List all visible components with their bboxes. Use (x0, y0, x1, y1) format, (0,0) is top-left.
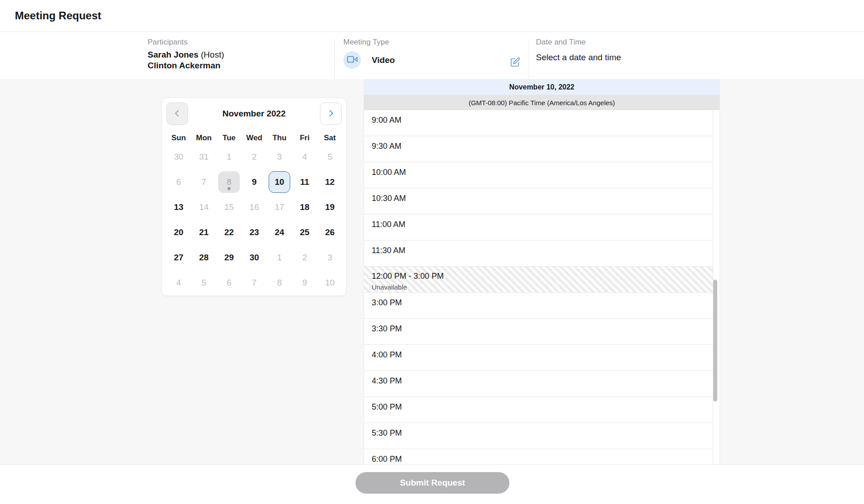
calendar-day-30: 30 (168, 146, 189, 168)
video-icon-circle (343, 51, 361, 69)
day-cell-box: 9 (242, 169, 267, 195)
calendar-day-16: 16 (243, 196, 265, 218)
calendar-day-25[interactable]: 25 (294, 222, 315, 243)
day-cell-box: 28 (191, 245, 216, 270)
day-cell-box: 19 (317, 195, 342, 220)
calendar-day-5: 5 (193, 272, 215, 294)
footer-bar: Submit Request (0, 464, 864, 504)
meeting-request-page: Meeting Request Participants Sarah Jones… (0, 0, 864, 504)
slot-time-label: 5:30 PM (372, 428, 713, 438)
slot-time-label: 11:30 AM (372, 246, 713, 255)
time-slot[interactable]: 4:30 PM (364, 371, 713, 397)
calendar-days: 3031123456789101112131415161718192021222… (166, 144, 342, 295)
day-cell-box: 17 (267, 195, 292, 220)
slot-unavailable-label: Unavailable (372, 283, 713, 291)
schedule-panel: November 10, 2022 (GMT-08:00) Pacific Ti… (364, 79, 720, 464)
day-cell-box: 21 (191, 220, 216, 245)
time-slot-list: 9:00 AM9:30 AM10:00 AM10:30 AM11:00 AM11… (364, 110, 713, 464)
calendar-day-9[interactable]: 9 (243, 171, 265, 193)
day-cell-box: 5 (317, 144, 342, 169)
meeting-type-value-row: Video (343, 51, 395, 69)
time-slot[interactable]: 10:00 AM (364, 162, 713, 188)
day-cell-box: 12 (317, 169, 342, 195)
calendar-month-title: November 2022 (162, 98, 346, 129)
host-name: Sarah Jones (148, 50, 198, 59)
calendar-day-28[interactable]: 28 (193, 247, 215, 268)
day-cell-box: 9 (292, 270, 317, 295)
edit-meeting-type-button[interactable] (510, 57, 521, 68)
calendar-day-3: 3 (269, 146, 290, 168)
day-cell-box: 25 (292, 220, 317, 245)
time-slot[interactable]: 4:00 PM (364, 345, 713, 371)
time-slot[interactable]: 11:00 AM (364, 214, 713, 241)
calendar-day-7: 7 (193, 171, 215, 193)
day-cell-box: 11 (292, 169, 317, 195)
next-month-button[interactable] (320, 103, 342, 125)
scrollbar-thumb[interactable] (713, 280, 717, 401)
calendar-day-11[interactable]: 11 (294, 171, 315, 193)
page-title: Meeting Request (15, 9, 101, 22)
calendar-day-21[interactable]: 21 (193, 222, 215, 243)
host-row: Sarah Jones (Host) (148, 49, 224, 60)
calendar-day-20[interactable]: 20 (168, 222, 189, 243)
time-slot[interactable]: 10:30 AM (364, 188, 713, 214)
calendar-day-8: 8 (218, 171, 240, 193)
time-slot[interactable]: 6:00 PM (364, 449, 713, 464)
time-slot[interactable]: 9:30 AM (364, 136, 713, 162)
calendar-day-2: 2 (243, 146, 265, 168)
calendar: November 2022 SunMonTueWedThuFriSat 3031… (162, 98, 346, 296)
calendar-day-8: 8 (269, 272, 290, 294)
slot-time-label: 10:00 AM (372, 168, 713, 177)
time-slot[interactable]: 11:30 AM (364, 241, 713, 267)
day-cell-box: 5 (191, 270, 216, 295)
calendar-day-1: 1 (218, 146, 240, 168)
calendar-day-27[interactable]: 27 (168, 247, 189, 268)
calendar-day-6: 6 (218, 272, 240, 294)
content-area: November 2022 SunMonTueWedThuFriSat 3031… (0, 79, 864, 464)
calendar-day-14: 14 (193, 196, 215, 218)
day-cell-box: 14 (191, 195, 216, 220)
day-header-fri: Fri (292, 132, 317, 144)
day-cell-box: 3 (267, 144, 292, 169)
time-slot[interactable]: 5:00 PM (364, 397, 713, 423)
submit-request-button[interactable]: Submit Request (356, 472, 509, 494)
timezone-bar: (GMT-08:00) Pacific Time (America/Los An… (364, 95, 720, 110)
calendar-day-29[interactable]: 29 (218, 247, 240, 268)
day-cell-box: 8 (267, 270, 292, 295)
time-slot[interactable]: 5:30 PM (364, 423, 713, 449)
time-slot-unavailable: 12:00 PM - 3:00 PMUnavailable (364, 267, 713, 293)
slot-time-label: 6:00 PM (372, 455, 713, 464)
slot-time-label: 9:00 AM (372, 116, 713, 125)
calendar-day-18[interactable]: 18 (294, 196, 315, 218)
calendar-day-13[interactable]: 13 (168, 196, 189, 218)
calendar-day-26[interactable]: 26 (319, 222, 341, 243)
calendar-day-9: 9 (294, 272, 315, 294)
calendar-day-23[interactable]: 23 (243, 222, 265, 243)
calendar-day-24[interactable]: 24 (269, 222, 290, 243)
calendar-day-19[interactable]: 19 (319, 196, 341, 218)
time-slot[interactable]: 9:00 AM (364, 110, 713, 136)
day-cell-box: 30 (166, 144, 191, 169)
time-slot[interactable]: 3:30 PM (364, 319, 713, 345)
time-slot[interactable]: 3:00 PM (364, 293, 713, 319)
slot-time-label: 9:30 AM (372, 142, 713, 151)
day-cell-box: 6 (166, 169, 191, 195)
calendar-day-4: 4 (294, 146, 315, 168)
calendar-day-10[interactable]: 10 (269, 171, 290, 193)
day-cell-box: 16 (242, 195, 267, 220)
section-divider (529, 40, 529, 79)
day-cell-box: 4 (292, 144, 317, 169)
calendar-day-15: 15 (218, 196, 240, 218)
day-cell-box: 30 (242, 245, 267, 270)
calendar-day-12[interactable]: 12 (319, 171, 341, 193)
calendar-day-30[interactable]: 30 (243, 247, 265, 268)
slot-time-label: 10:30 AM (372, 194, 713, 203)
calendar-day-22[interactable]: 22 (218, 222, 240, 243)
day-cell-box: 18 (292, 195, 317, 220)
participants-label: Participants (148, 38, 224, 47)
section-divider (334, 40, 335, 79)
calendar-day-5: 5 (319, 146, 341, 168)
calendar-day-10: 10 (319, 272, 341, 294)
slot-time-label: 4:00 PM (372, 350, 713, 360)
slot-time-label: 5:00 PM (372, 402, 713, 412)
